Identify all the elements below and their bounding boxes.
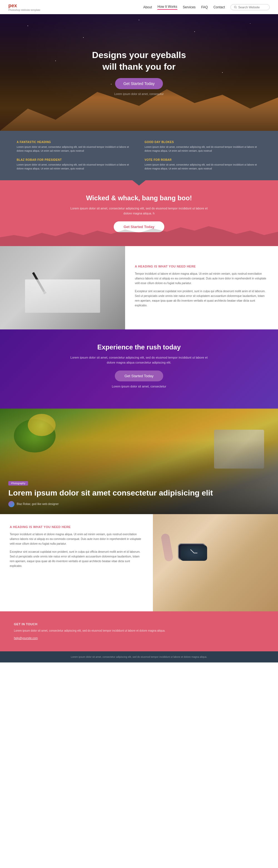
feature-item-3: BLAZ ROBAR FOR PRESIDENT Lorem ipsum dol… xyxy=(17,158,134,170)
footer-bottom: Lorem ipsum dolor sit amet, consectetur … xyxy=(0,651,278,662)
search-box[interactable] xyxy=(230,4,270,10)
purple-body: Lorem ipsum dolor sit amet, consectetur … xyxy=(70,355,208,365)
feature-heading-3: BLAZ ROBAR FOR PRESIDENT xyxy=(17,158,134,161)
feature-body-3: Lorem ipsum dolor sit amet, consectetur … xyxy=(17,163,134,170)
footer-contact-body: Lorem ipsum dolor sit amet, consectetur … xyxy=(14,628,264,633)
blog-content: Photography Lorem ipsum dolor sit amet c… xyxy=(0,473,278,514)
feature-heading-1: A FANTASTIC HEADING xyxy=(17,141,134,144)
nav-how-it-works[interactable]: How It Works xyxy=(157,5,177,10)
hero-title: Designs your eyeballs will thank you for xyxy=(92,50,186,72)
features-section: A FANTASTIC HEADING Lorem ipsum dolor si… xyxy=(0,131,278,180)
hand-writing-visual xyxy=(0,246,125,330)
writing-split-section: A HEADING IS WHAT YOU NEED HERE Tempor i… xyxy=(0,246,278,330)
blog-hero-section: Photography Lorem ipsum dolor sit amet c… xyxy=(0,409,278,514)
hero-content: Designs your eyeballs will thank you for… xyxy=(92,50,186,96)
pink-title: Wicked & whack, bang bang boo! xyxy=(8,194,270,202)
pink-cta-section: Wicked & whack, bang bang boo! Lorem ips… xyxy=(0,180,278,246)
nav-contact[interactable]: Contact xyxy=(214,5,225,9)
search-icon xyxy=(234,6,237,9)
article-section: A HEADING IS WHAT YOU NEED HERE Tempor i… xyxy=(0,514,278,611)
article-para-2: Excepteur sint occaecat cupidatat non pr… xyxy=(10,550,143,568)
footer-get-in-touch-heading: GET IN TOUCH xyxy=(14,622,264,626)
feature-body-2: Lorem ipsum dolor sit amet, consectetur … xyxy=(144,145,261,153)
article-para-1: Tempor incididunt ut labore et dolore ma… xyxy=(10,532,143,546)
nav-links: About How It Works Services FAQ Contact xyxy=(143,4,270,10)
features-grid: A FANTASTIC HEADING Lorem ipsum dolor si… xyxy=(17,141,261,170)
blog-title: Lorem ipsum dolor sit amet consectetur a… xyxy=(8,488,270,498)
nav-services[interactable]: Services xyxy=(183,5,196,9)
author-name: Blaz Robar, god like web designer xyxy=(17,502,59,505)
purple-subtext: Lorem ipsum dolor sit amet, consectetur xyxy=(70,384,208,389)
watch-image xyxy=(153,514,278,611)
blog-tag: Photography xyxy=(8,481,28,486)
nav-faq[interactable]: FAQ xyxy=(201,5,208,9)
hero-cta-button[interactable]: Get Started Today xyxy=(115,78,163,89)
purple-title: Experience the rush today xyxy=(8,343,270,351)
navbar: pex Photoshop Website template About How… xyxy=(0,0,278,14)
svg-point-0 xyxy=(234,6,236,8)
writing-image xyxy=(0,246,125,330)
article-content: A HEADING IS WHAT YOU NEED HERE Tempor i… xyxy=(0,514,153,611)
feature-heading-2: GOOD DAY BLOKES xyxy=(144,141,261,144)
writing-para-2: Excepteur sint occaecat cupidatat non pr… xyxy=(135,289,268,308)
feature-body-4: Lorem ipsum dolor sit amet, consectetur … xyxy=(144,163,261,170)
feature-item-4: VOTE FOR ROBAR Lorem ipsum dolor sit ame… xyxy=(144,158,261,170)
hero-subtext: Lorem ipsum dolor sit amet, consequitur xyxy=(92,92,186,96)
author-avatar xyxy=(8,501,15,507)
search-input[interactable] xyxy=(238,5,266,9)
footer-email-link[interactable]: help@yoursite.com xyxy=(14,637,38,640)
feature-heading-4: VOTE FOR ROBAR xyxy=(144,158,261,161)
article-heading: A HEADING IS WHAT YOU NEED HERE xyxy=(10,525,143,529)
svg-line-1 xyxy=(236,7,237,8)
nav-about[interactable]: About xyxy=(143,5,152,9)
purple-cta-button[interactable]: Get Started Today xyxy=(115,371,164,381)
purple-section: Experience the rush today Lorem ipsum do… xyxy=(0,330,278,409)
blog-author: Blaz Robar, god like web designer xyxy=(8,501,270,507)
hero-section: Designs your eyeballs will thank you for… xyxy=(0,14,278,131)
pink-body: Lorem ipsum dolor sit amet, consectetur … xyxy=(70,206,208,216)
writing-content: A HEADING IS WHAT YOU NEED HERE Tempor i… xyxy=(125,246,278,330)
footer-contact: GET IN TOUCH Lorem ipsum dolor sit amet,… xyxy=(0,611,278,651)
watch-hand-visual xyxy=(153,514,278,611)
writing-heading: A HEADING IS WHAT YOU NEED HERE xyxy=(135,265,268,268)
footer-bottom-text: Lorem ipsum dolor sit amet, consectetur … xyxy=(8,655,270,658)
feature-item-2: GOOD DAY BLOKES Lorem ipsum dolor sit am… xyxy=(144,141,261,153)
logo: pex Photoshop Website template xyxy=(8,3,40,11)
writing-para-1: Tempor incididunt ut labore et dolore ma… xyxy=(135,271,268,285)
feature-item-1: A FANTASTIC HEADING Lorem ipsum dolor si… xyxy=(17,141,134,153)
feature-body-1: Lorem ipsum dolor sit amet, consectetur … xyxy=(17,145,134,153)
